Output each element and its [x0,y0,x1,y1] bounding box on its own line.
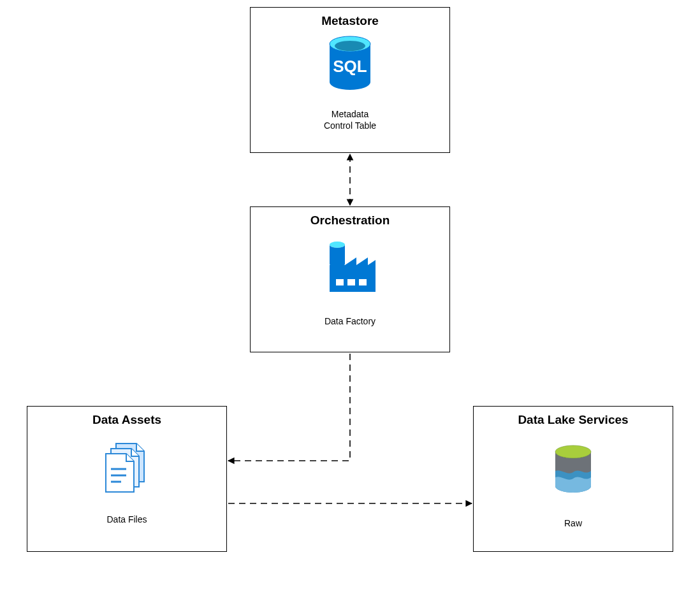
data-assets-sub1: Data Files [27,514,226,525]
box-data-lake: Data Lake Services Raw [473,406,673,552]
title-metastore: Metastore [251,8,449,28]
sql-label: SQL [333,57,367,76]
title-data-lake: Data Lake Services [474,407,673,427]
connector-orchestration-data-assets [228,354,350,461]
svg-point-2 [335,41,365,51]
orchestration-sub1: Data Factory [251,315,449,327]
title-data-assets: Data Assets [27,407,226,427]
metastore-sub1: Metadata [251,108,449,120]
data-lake-icon [552,444,594,498]
title-orchestration: Orchestration [251,207,449,227]
data-files-icon [98,440,156,497]
svg-marker-5 [345,257,356,265]
svg-rect-9 [347,279,355,285]
data-factory-icon [318,235,382,298]
data-lake-sub1: Raw [474,517,673,529]
svg-point-3 [330,242,345,248]
svg-rect-8 [336,279,344,285]
metastore-sub2: Control Table [251,120,449,131]
box-data-assets: Data Assets [27,406,227,552]
svg-marker-6 [356,257,368,265]
svg-marker-7 [368,260,376,265]
diagram-canvas: Metastore SQL Metadata Control Table Orc… [0,0,700,592]
sql-database-icon: SQL [326,35,374,96]
svg-rect-10 [359,279,367,285]
svg-rect-4 [330,265,376,292]
box-orchestration: Orchestration Data Factory [250,206,450,352]
box-metastore: Metastore SQL Metadata Control Table [250,7,450,153]
